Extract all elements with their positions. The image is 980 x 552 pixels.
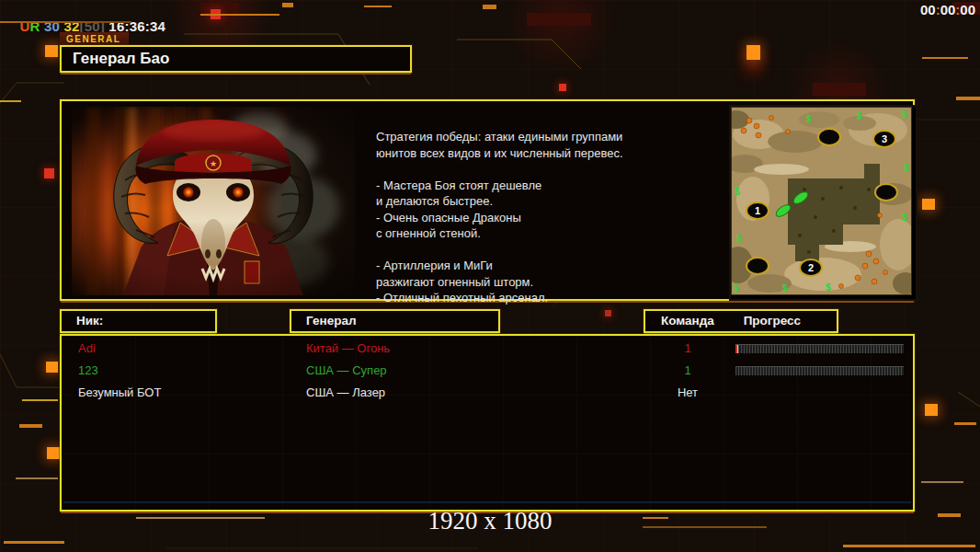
decor-yellow-line: [0, 100, 21, 102]
decor-red-square: [605, 310, 611, 316]
player-progress-bar: [735, 344, 904, 353]
description-line: Стратегия победы: атаки едиными группами: [376, 129, 698, 145]
supply-dollar-icon: $: [735, 187, 740, 197]
supply-dollar-icon: $: [902, 213, 907, 223]
game-lobby-screen: UR 30 32[50] 16:36:34 00:00:00 GENERAL Г…: [0, 0, 980, 552]
supply-dollar-icon: $: [734, 283, 739, 293]
general-description: Стратегия победы: атаки едиными группами…: [376, 129, 698, 306]
decor-darkred-block: [527, 13, 591, 26]
column-header-general: Генерал: [290, 309, 500, 333]
decor-yellow-line: [22, 399, 58, 401]
description-line: - Очень опасные Драконы: [376, 210, 698, 226]
header-label: Ник:: [76, 314, 103, 328]
description-line: [376, 161, 698, 178]
timer-minutes: 00: [940, 2, 956, 17]
decor-orange-square: [746, 45, 760, 60]
description-line: с огненной стеной.: [376, 225, 698, 242]
player-progress-bar: [735, 366, 904, 375]
player-row: 123 США — Супер 1: [62, 360, 913, 382]
start-marker-3: 3: [882, 133, 887, 144]
decor-orange-square: [46, 362, 58, 373]
decor-orange-line: [922, 57, 968, 59]
decor-orange-line: [4, 541, 64, 544]
player-nick: Безумный БОТ: [78, 382, 161, 404]
decor-orange-bar: [954, 422, 976, 425]
decor-orange-bar: [956, 97, 980, 100]
supply-dollar-icon: $: [902, 109, 907, 120]
player-team: 1: [664, 360, 712, 382]
map-preview: 1 2 3 $ $ $ $ $ $ $ $ $ $: [729, 105, 917, 301]
decor-tan-line: [16, 477, 58, 479]
player-row: Adi Китай — Огонь 1: [62, 338, 913, 360]
decor-orange-line: [843, 545, 975, 547]
decor-orange-square: [925, 404, 938, 416]
supply-dollar-icon: $: [826, 282, 831, 293]
description-line: - Артиллерия и МиГи: [376, 258, 698, 274]
general-title-box: Генерал Бао: [60, 45, 412, 73]
header-label: Прогресс: [744, 311, 801, 331]
player-team: Нет: [664, 382, 712, 404]
timer-seconds: 00: [960, 2, 975, 17]
progress-tick: [735, 345, 737, 353]
map-preview-image: 1 2 3 $ $ $ $ $ $ $ $ $ $: [731, 107, 912, 295]
description-line: юнитов всех видов и их численный перевес…: [376, 145, 698, 162]
general-info-panel: ★ Стратегия победы: атаки едиными группа…: [60, 99, 915, 301]
column-header-nick: Ник:: [60, 309, 217, 333]
decor-red-square: [559, 84, 566, 91]
match-timer: 00:00:00: [920, 2, 975, 17]
supply-dollar-icon: $: [782, 283, 788, 293]
description-line: разжигают огненный шторм.: [376, 274, 698, 291]
decor-orange-line: [364, 6, 392, 7]
player-nick: 123: [78, 360, 98, 382]
decor-tan-line: [921, 481, 963, 483]
players-list-panel: Adi Китай — Огонь 1 123 США — Супер 1 Бе…: [60, 334, 915, 512]
decor-orange-bar: [282, 3, 293, 7]
decor-orange-bar: [19, 424, 42, 428]
player-general: Китай — Огонь: [306, 338, 390, 360]
description-line: - Мастера Боя стоят дешевле: [376, 178, 698, 194]
description-line: [376, 242, 698, 259]
description-line: и делаются быстрее.: [376, 193, 698, 210]
supply-dollar-icon: $: [736, 234, 742, 244]
decor-tan-line: [136, 517, 265, 519]
decor-red-square: [44, 168, 54, 178]
resolution-label: 1920 x 1080: [0, 507, 980, 535]
player-row: Безумный БОТ США — Лазер Нет: [62, 382, 913, 404]
decor-orange-square: [47, 447, 60, 459]
supply-dollar-icon: $: [806, 114, 812, 124]
header-label: Команда: [661, 311, 714, 331]
panel-navy-line-decor: [63, 501, 911, 503]
decor-orange-line: [200, 14, 279, 16]
general-bao-portrait: ★: [72, 107, 355, 295]
player-nick: Adi: [78, 338, 96, 360]
player-general: США — Лазер: [306, 382, 385, 404]
supply-dollar-icon: $: [857, 111, 862, 121]
decor-darkred-block: [813, 83, 866, 96]
timer-hours: 00: [920, 2, 936, 17]
decor-orange-square: [922, 199, 935, 210]
start-marker-2: 2: [808, 262, 814, 273]
start-marker-1: 1: [755, 205, 760, 216]
column-header-team-progress: Команда Прогресс: [644, 309, 838, 333]
player-team: 1: [664, 338, 712, 360]
player-general: США — Супер: [306, 360, 387, 382]
decor-orange-bar: [483, 5, 496, 9]
page-title: Генерал Бао: [73, 50, 169, 67]
description-line: - Отличный пехотный арсенал.: [376, 290, 698, 306]
status-underline-decor: [0, 21, 131, 23]
supply-dollar-icon: $: [904, 163, 909, 173]
header-label: Генерал: [306, 314, 356, 328]
